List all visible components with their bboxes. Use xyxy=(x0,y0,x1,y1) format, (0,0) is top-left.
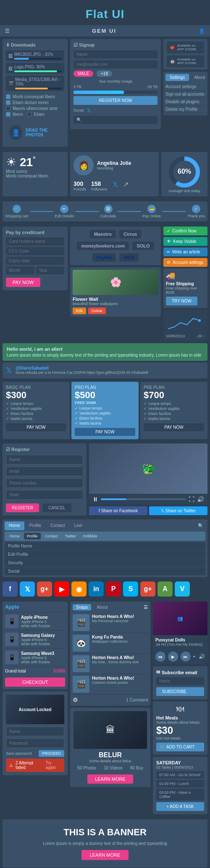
checkbox[interactable] xyxy=(6,106,10,111)
step-2[interactable]: ✏ Edit Details xyxy=(55,205,74,218)
edit-button[interactable]: Edit xyxy=(73,308,86,314)
card-holder-input[interactable] xyxy=(6,237,64,245)
stab-contact[interactable]: Contact xyxy=(42,533,61,540)
tab-home[interactable]: Home xyxy=(5,521,24,530)
proceed-button[interactable]: PROCEED xyxy=(39,750,64,757)
checkbox-item[interactable]: Etiam xyxy=(27,112,45,117)
search-input[interactable] xyxy=(74,116,158,124)
about-tab[interactable]: About xyxy=(190,74,209,81)
try-now-button[interactable]: TRY NOW xyxy=(166,297,197,305)
user-icon[interactable]: 👤 xyxy=(199,28,205,34)
volume-icon[interactable]: 🔊 xyxy=(197,496,204,503)
tab-leel[interactable]: Leel xyxy=(70,521,87,530)
stab-dribbble[interactable]: Dribbble xyxy=(80,533,100,540)
appstore-btn1[interactable]: 🍎 Available on APP STORE xyxy=(167,42,204,53)
month-input[interactable] xyxy=(6,266,34,274)
checkbox-item[interactable]: Mauris ullamcorper ante xyxy=(6,106,64,111)
checkbox-item[interactable]: Morbi consequat libero xyxy=(6,94,64,99)
cancel-button[interactable]: CANCEL xyxy=(42,503,71,512)
share-facebook-button[interactable]: f Share on Facebook xyxy=(89,506,147,515)
tab-contact[interactable]: Contact xyxy=(46,521,69,530)
twitter-button[interactable]: 𝕏 xyxy=(20,581,35,597)
checkbox[interactable] xyxy=(27,112,32,117)
search-icon[interactable]: 🔍 xyxy=(196,521,205,530)
pinterest-button[interactable]: P xyxy=(106,581,121,597)
about-tab[interactable]: About xyxy=(93,604,111,610)
hamburger-icon[interactable]: ☰ xyxy=(5,28,10,34)
register-button[interactable]: REGISTER NOW xyxy=(74,96,158,105)
plan-buy-button[interactable]: PAY NOW xyxy=(6,423,66,431)
female-radio[interactable]: +18 xyxy=(97,70,112,77)
write-article-button[interactable]: ✏ Write an article xyxy=(163,248,207,256)
appstore-btn2[interactable]: 🤖 Available on APP STORE xyxy=(167,55,204,67)
music-progress-bar[interactable] xyxy=(193,656,196,657)
profile-name-item[interactable]: Profile Name xyxy=(5,542,205,550)
stab-home[interactable]: Home xyxy=(7,533,23,540)
locked-name-input[interactable] xyxy=(6,727,64,736)
facebook-button[interactable]: f xyxy=(3,581,18,597)
learn-more-button[interactable]: LEARN MORE xyxy=(81,850,129,860)
checkbox-item[interactable]: Etiam dictum lorem xyxy=(6,100,64,105)
register-submit-button[interactable]: REGISTER xyxy=(6,503,39,512)
twitter-icon[interactable]: 𝕏 xyxy=(87,107,91,114)
tripadvisor-button[interactable]: A xyxy=(158,581,173,597)
reg-name-input[interactable] xyxy=(6,455,83,464)
delete-button[interactable]: Delete xyxy=(88,308,106,314)
sign-out-item[interactable]: Sign out all accounts xyxy=(165,91,205,98)
volume-icon[interactable]: 🔊 xyxy=(199,654,205,659)
stab-twitter[interactable]: Twitter xyxy=(62,533,79,540)
twitter-icon[interactable]: 𝕏 xyxy=(113,180,118,191)
delete-profile-item[interactable]: Delete my Profile xyxy=(165,106,205,113)
account-settings-item[interactable]: Account settings xyxy=(165,83,205,91)
social-item[interactable]: Social xyxy=(5,567,205,575)
snaps-tab[interactable]: Snaps xyxy=(73,604,91,610)
menu-icon[interactable]: ☰ xyxy=(144,605,148,610)
settings-tab[interactable]: Settings xyxy=(165,74,189,81)
checkbox[interactable] xyxy=(6,94,10,99)
linkedin-button[interactable]: in xyxy=(89,581,104,597)
reg-email-input[interactable] xyxy=(6,467,83,476)
year-input[interactable] xyxy=(36,266,65,274)
pay-now-button[interactable]: PAY NOW xyxy=(6,278,40,287)
step-4[interactable]: 💳 Pay Online xyxy=(142,205,161,218)
play-button[interactable]: ▶ xyxy=(168,652,178,662)
subscribe-input[interactable] xyxy=(156,677,204,685)
add-task-button[interactable]: + ADD A TASK xyxy=(156,802,204,811)
vimeo-button[interactable]: V xyxy=(175,581,190,597)
share-icon[interactable]: ↗ xyxy=(123,180,129,191)
settings-icon[interactable]: ⚙ xyxy=(73,696,78,703)
checkbox[interactable] xyxy=(6,100,10,105)
checkbox[interactable] xyxy=(6,112,10,117)
subscribe-button[interactable]: SUBSCRIBE xyxy=(156,687,204,696)
ccv-input[interactable] xyxy=(6,247,64,255)
plan-buy-button[interactable]: PAY NOW xyxy=(75,428,135,436)
google2-button[interactable]: g+ xyxy=(140,581,155,597)
reg-phone-input[interactable] xyxy=(6,478,83,488)
share-twitter-button[interactable]: 𝕏 Share on Twitter xyxy=(149,506,207,515)
male-radio[interactable]: MALE xyxy=(74,70,93,77)
locked-password-input[interactable] xyxy=(6,738,64,748)
skype-button[interactable]: S xyxy=(123,581,138,597)
email-input[interactable] xyxy=(74,60,158,68)
plan-buy-button[interactable]: PAY NOW xyxy=(144,423,204,431)
learn-more-button[interactable]: LEARN MORE xyxy=(87,774,133,784)
checkbox-item[interactable]: libero xyxy=(6,112,23,117)
expiry-input[interactable] xyxy=(6,257,64,265)
step-1[interactable]: 🛒 Shopping cart xyxy=(5,205,29,218)
step-3[interactable]: 🔢 Calculate xyxy=(100,205,116,218)
pause-icon[interactable]: ⏸ xyxy=(92,496,98,503)
edit-profile-item[interactable]: Edit Profile xyxy=(5,550,205,559)
add-to-cart-button[interactable]: 🛒 ADD TO CART xyxy=(156,743,204,751)
next-button[interactable]: ⏭ xyxy=(181,652,191,662)
tab-profile[interactable]: Profile xyxy=(25,521,45,530)
step-5[interactable]: ✓ Thank you xyxy=(187,205,205,218)
keep-visible-button[interactable]: 👁 Keep Visible xyxy=(163,237,207,246)
fullscreen-icon[interactable]: ⛶ xyxy=(189,496,194,503)
disable-plugins-item[interactable]: Disable all plugins xyxy=(165,98,205,106)
google-plus-button[interactable]: g+ xyxy=(37,581,52,597)
name-input[interactable] xyxy=(74,50,158,58)
stab-profile[interactable]: Profile xyxy=(24,533,41,540)
youtube-button[interactable]: ▶ xyxy=(54,581,69,597)
account-settings-button[interactable]: ⚙ Account settings xyxy=(163,258,207,267)
security-item[interactable]: Security xyxy=(5,559,205,567)
